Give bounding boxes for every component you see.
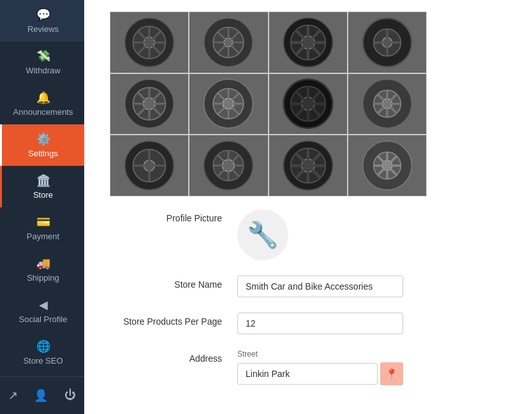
wheel-grid — [110, 12, 426, 196]
wheel-cell — [189, 74, 267, 135]
sidebar-item-store-seo[interactable]: 🌐 Store SEO — [0, 332, 84, 373]
wheel-cell — [348, 12, 426, 73]
store-name-input[interactable] — [237, 276, 403, 297]
sidebar-item-social-profile[interactable]: ◀ Social Profile — [0, 290, 84, 332]
wheel-cell — [348, 74, 426, 135]
sidebar: 💬 Reviews 💸 Withdraw 🔔 Announcements ⚙️ … — [0, 0, 84, 414]
wheel-cell — [269, 12, 347, 73]
sidebar-item-label: Store SEO — [23, 356, 63, 366]
sidebar-item-label: Settings — [28, 149, 58, 158]
external-link-button[interactable]: ↗ — [4, 385, 22, 406]
shipping-icon: 🚚 — [36, 256, 50, 270]
store-name-label: Store Name — [110, 276, 237, 290]
wheel-cell — [269, 74, 347, 135]
store-form: Profile Picture 🔧 Store Name Store Produ… — [84, 196, 532, 414]
profile-picture-label: Profile Picture — [110, 209, 237, 223]
sidebar-bottom-bar: ↗ 👤 ⏻ — [0, 376, 84, 414]
street-label: Street — [237, 350, 403, 359]
sidebar-item-shipping[interactable]: 🚚 Shipping — [0, 249, 84, 290]
announcements-icon: 🔔 — [36, 91, 50, 105]
address-row: Address Street 📍 — [110, 350, 506, 385]
profile-picture: 🔧 — [237, 209, 288, 260]
withdraw-icon: 💸 — [36, 49, 50, 63]
sidebar-item-store[interactable]: 🏛️ Store — [0, 166, 84, 207]
settings-icon: ⚙️ — [36, 132, 50, 146]
profile-button[interactable]: 👤 — [30, 385, 52, 406]
sidebar-item-label: Announcements — [13, 107, 73, 117]
sidebar-item-label: Social Profile — [19, 314, 68, 324]
address-input[interactable] — [237, 363, 378, 385]
sidebar-item-label: Withdraw — [26, 66, 60, 75]
sidebar-item-payment[interactable]: 💳 Payment — [0, 207, 84, 249]
payment-icon: 💳 — [36, 215, 50, 229]
profile-picture-row: Profile Picture 🔧 — [110, 209, 506, 260]
sidebar-item-reviews[interactable]: 💬 Reviews — [0, 0, 84, 41]
store-icon: 🏛️ — [36, 174, 50, 188]
sidebar-item-label: Shipping — [27, 273, 59, 283]
social-profile-icon: ◀ — [39, 298, 48, 312]
sidebar-item-label: Reviews — [27, 24, 59, 34]
address-input-row: 📍 — [237, 362, 403, 385]
store-seo-icon: 🌐 — [36, 339, 50, 353]
main-content: Profile Picture 🔧 Store Name Store Produ… — [84, 0, 532, 414]
wheel-cell — [189, 12, 267, 73]
sidebar-item-announcements[interactable]: 🔔 Announcements — [0, 83, 84, 124]
sidebar-item-withdraw[interactable]: 💸 Withdraw — [0, 41, 84, 83]
locate-icon: 📍 — [385, 368, 398, 380]
sidebar-item-label: Payment — [27, 232, 59, 241]
banner-image — [110, 11, 427, 196]
address-fields: Street 📍 — [237, 350, 403, 385]
store-products-input[interactable] — [237, 313, 403, 334]
power-button[interactable]: ⏻ — [61, 385, 80, 406]
store-products-row: Store Products Per Page — [110, 313, 506, 334]
store-name-row: Store Name — [110, 276, 506, 297]
store-products-label: Store Products Per Page — [110, 313, 237, 327]
wheel-cell — [189, 135, 267, 196]
wheel-cell — [110, 74, 188, 135]
sidebar-item-settings[interactable]: ⚙️ Settings — [0, 124, 84, 166]
wheel-cell — [110, 12, 188, 73]
wheel-cell — [348, 135, 426, 196]
wheel-cell — [269, 135, 347, 196]
sidebar-item-label: Store — [33, 190, 53, 200]
address-label: Address — [110, 350, 237, 364]
wheel-cell — [110, 135, 188, 196]
reviews-icon: 💬 — [36, 8, 50, 22]
address-locate-button[interactable]: 📍 — [380, 362, 403, 385]
